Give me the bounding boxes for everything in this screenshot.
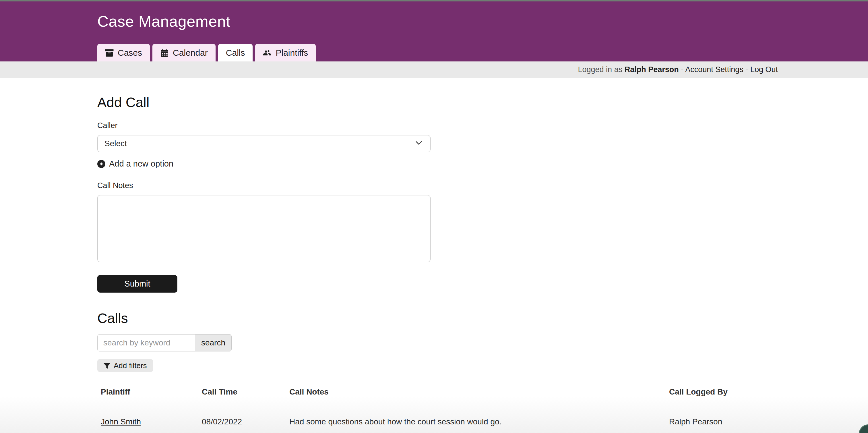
- tab-label: Cases: [118, 48, 142, 58]
- user-bar: Logged in as Ralph Pearson - Account Set…: [0, 61, 868, 78]
- search-input[interactable]: [97, 334, 195, 351]
- cell-call-logged-by: Ralph Pearson: [665, 406, 771, 433]
- page-title: Case Management: [97, 12, 771, 30]
- caller-label: Caller: [97, 121, 771, 130]
- caller-select[interactable]: Select: [97, 135, 431, 152]
- log-out-link[interactable]: Log Out: [750, 65, 778, 74]
- tab-label: Calls: [226, 48, 245, 58]
- users-icon: [263, 49, 272, 57]
- column-header-call-time: Call Time: [198, 381, 286, 406]
- tab-bar: Cases Calendar Calls Plaintiffs: [97, 44, 771, 61]
- chevron-down-icon: [414, 138, 423, 149]
- cell-call-notes: Had some questions about how the court s…: [286, 406, 665, 433]
- table-header-row: Plaintiff Call Time Call Notes Call Logg…: [97, 381, 771, 406]
- calls-table: Plaintiff Call Time Call Notes Call Logg…: [97, 381, 771, 433]
- box-archive-icon: [105, 49, 114, 57]
- table-row: John Smith 08/02/2022 Had some questions…: [97, 406, 771, 433]
- add-new-option-label: Add a new option: [109, 159, 174, 168]
- add-filters-label: Add filters: [114, 361, 147, 370]
- logged-in-text: Logged in as: [578, 65, 623, 74]
- main-content: Add Call Caller Select Add a new option …: [97, 78, 771, 433]
- caller-select-value: Select: [104, 139, 127, 148]
- search-row: search: [97, 334, 771, 351]
- call-notes-textarea[interactable]: [97, 195, 431, 262]
- tab-plaintiffs[interactable]: Plaintiffs: [255, 44, 316, 61]
- separator: -: [681, 65, 683, 74]
- submit-button[interactable]: Submit: [97, 275, 177, 292]
- call-notes-label: Call Notes: [97, 181, 771, 190]
- tab-label: Calendar: [173, 48, 208, 58]
- separator: -: [745, 65, 748, 74]
- add-filters-button[interactable]: Add filters: [97, 359, 153, 372]
- calendar-icon: [160, 49, 169, 57]
- column-header-plaintiff: Plaintiff: [97, 381, 198, 406]
- tab-label: Plaintiffs: [276, 48, 308, 58]
- add-call-heading: Add Call: [97, 94, 771, 110]
- circle-plus-icon: [97, 160, 105, 168]
- cell-plaintiff: John Smith: [97, 406, 198, 433]
- column-header-call-logged-by: Call Logged By: [665, 381, 771, 406]
- tab-calls[interactable]: Calls: [218, 44, 253, 61]
- user-name: Ralph Pearson: [625, 65, 679, 74]
- search-button[interactable]: search: [195, 334, 231, 351]
- add-new-option-button[interactable]: Add a new option: [97, 159, 174, 168]
- column-header-call-notes: Call Notes: [286, 381, 665, 406]
- plaintiff-link[interactable]: John Smith: [101, 417, 141, 426]
- cell-call-time: 08/02/2022: [198, 406, 286, 433]
- filter-icon: [104, 362, 110, 369]
- app-header: Case Management Cases Calendar Calls: [0, 1, 868, 61]
- tab-calendar[interactable]: Calendar: [152, 44, 216, 61]
- corner-bubble: [859, 424, 868, 433]
- account-settings-link[interactable]: Account Settings: [685, 65, 743, 74]
- calls-heading: Calls: [97, 310, 771, 326]
- tab-cases[interactable]: Cases: [97, 44, 150, 61]
